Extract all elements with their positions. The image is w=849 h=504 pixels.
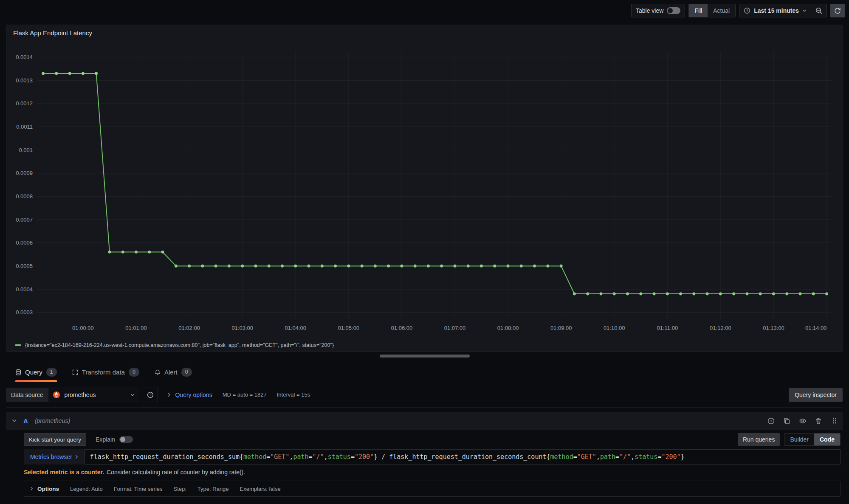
code-token: status [328,453,351,461]
query-inspector-button[interactable]: Query inspector [789,388,843,402]
tab-transform-label: Transform data [82,369,125,376]
chevron-right-icon [30,487,33,491]
options-toggle[interactable]: Options [30,486,59,492]
svg-text:01:00:00: 01:00:00 [72,325,94,331]
code-token: "GET" [577,453,596,461]
chevron-right-icon [75,455,78,459]
tab-transform-data[interactable]: Transform data 0 [72,363,139,382]
horizontal-scrollbar-thumb[interactable] [380,355,470,358]
promql-query-text: flask_http_request_duration_seconds_sum{… [90,453,685,461]
duplicate-query-icon[interactable] [783,417,790,425]
query-ref-id: A [23,417,28,425]
options-legend: Legend: Auto [70,486,103,492]
promql-code-input[interactable]: flask_http_request_duration_seconds_sum{… [85,449,841,465]
options-label: Options [37,486,59,492]
code-token: method [550,453,573,461]
code-token: "200" [661,453,680,461]
refresh-button[interactable] [830,4,845,17]
prometheus-icon [53,391,60,399]
query-row-header[interactable]: A (prometheus) ? [6,412,843,430]
table-view-label: Table view [636,7,663,14]
svg-text:0.0007: 0.0007 [16,217,33,223]
zoom-out-button[interactable] [811,4,826,17]
table-view-toggle[interactable] [667,7,680,14]
svg-text:0.0009: 0.0009 [16,170,33,176]
warning-rate-link[interactable]: Consider calculating rate of counter by … [107,469,245,476]
svg-text:01:11:00: 01:11:00 [657,325,678,331]
code-token: = [573,453,577,461]
query-run-tools: Run queries Builder Code [738,433,841,446]
datasource-select[interactable]: prometheus [48,388,139,402]
collapse-chevron-icon[interactable] [12,419,17,422]
tab-alert-label: Alert [164,369,178,376]
code-token: method [243,453,266,461]
code-token: path [600,453,615,461]
chart-legend-item[interactable]: {instance="ec2-184-169-216-224.us-west-1… [6,340,843,350]
svg-text:0.0006: 0.0006 [16,239,33,246]
query-editor-toolbar: Kick start your query Explain Run querie… [24,433,841,446]
interval-text: Interval = 15s [277,391,310,398]
delete-query-trash-icon[interactable] [815,417,822,425]
time-range-picker[interactable]: Last 15 minutes [739,4,811,17]
time-controls-group: Last 15 minutes [739,4,827,17]
query-options-toggle[interactable]: Query options [167,391,212,398]
editor-tabs: Query 1 Transform data 0 Alert 0 [0,363,849,382]
code-token: "/" [619,453,631,461]
code-token: } [681,453,685,461]
fill-button[interactable]: Fill [689,4,708,17]
run-queries-button[interactable]: Run queries [738,433,780,446]
svg-text:01:07:00: 01:07:00 [444,325,466,331]
chevron-down-icon [802,9,807,12]
query-datasource-hint: (prometheus) [35,417,70,424]
code-token: path [293,453,308,461]
code-mode-button[interactable]: Code [814,434,840,445]
warning-text: Selected metric is a counter. [24,469,104,476]
tab-alert-count-badge: 0 [181,368,192,377]
latency-line-chart: 0.00140.00130.00120.00110.0010.00090.000… [13,39,837,340]
metrics-browser-button[interactable]: Metrics browser [24,449,85,465]
database-icon [15,369,21,376]
code-token: status [635,453,657,461]
svg-text:01:02:00: 01:02:00 [178,325,200,331]
toggle-knob [668,8,673,13]
clock-icon [744,7,750,14]
builder-mode-button[interactable]: Builder [784,434,814,445]
transform-icon [72,369,78,375]
toggle-visibility-eye-icon[interactable] [799,417,807,425]
datasource-help-button[interactable]: ? [143,388,158,402]
actual-button[interactable]: Actual [708,4,735,17]
query-options-label: Query options [175,391,212,398]
svg-text:01:12:00: 01:12:00 [710,325,731,331]
pane-size-segmented: Fill Actual [688,4,736,17]
code-token: "200" [355,453,374,461]
drag-handle-grip-icon[interactable] [832,417,837,424]
explain-toggle[interactable] [119,436,133,443]
code-token: , [631,453,635,461]
help-circle-icon[interactable]: ? [767,417,775,425]
panel-title: Flask App Endpoint Latency [6,25,843,39]
svg-text:01:09:00: 01:09:00 [550,325,572,331]
kick-start-query-button[interactable]: Kick start your query [24,433,86,446]
code-token: , [324,453,328,461]
svg-text:01:04:00: 01:04:00 [285,325,306,331]
svg-text:0.0008: 0.0008 [16,193,33,200]
toggle-knob [120,437,125,442]
options-type: Type: Range [197,486,229,492]
time-series-panel: Flask App Endpoint Latency 0.00140.00130… [6,25,843,352]
query-options-summary-bar: Options Legend: Auto Format: Time series… [24,481,841,497]
tab-alert[interactable]: Alert 0 [155,363,192,382]
tab-query-label: Query [25,369,42,376]
metrics-browser-label: Metrics browser [30,453,72,460]
svg-text:01:13:00: 01:13:00 [763,325,784,331]
promql-editor-row: Metrics browser flask_http_request_durat… [24,449,841,465]
code-token: = [309,453,313,461]
options-step: Step: [174,486,186,492]
svg-text:0.0005: 0.0005 [16,263,33,269]
tab-transform-count-badge: 0 [129,368,139,377]
svg-text:01:14:00: 01:14:00 [805,325,827,331]
bell-icon [155,369,161,375]
tab-query[interactable]: Query 1 [15,363,57,382]
code-token: = [351,453,355,461]
max-data-points-text: MD = auto = 1827 [223,391,267,398]
code-token: , [596,453,600,461]
